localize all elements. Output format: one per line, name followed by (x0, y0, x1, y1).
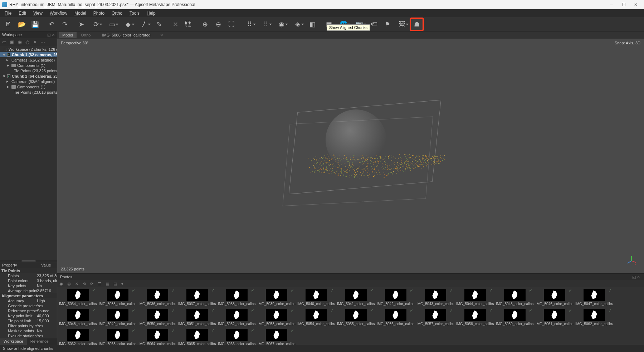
photo-thumbnail[interactable]: ✓IMG_5040_color_calibrated (297, 288, 335, 306)
photo-thumbnail[interactable]: ✓IMG_5053_color_calibrated (257, 308, 296, 326)
tree-item[interactable]: ▸ Components (1) (0, 63, 57, 68)
tree-item[interactable]: ▸ Cameras (63/64 aligned) (0, 79, 57, 84)
menu-ortho[interactable]: Ortho (108, 10, 126, 16)
menu-file[interactable]: File (1, 10, 15, 16)
pt-remove-icon[interactable]: ✕ (75, 282, 78, 286)
photo-thumbnail[interactable]: ✓IMG_5062_color_calibrated (575, 308, 613, 326)
undock-photos-icon[interactable]: ◱ (632, 275, 637, 279)
tree-item[interactable]: ▼✓ Chunk 2 (64 cameras, 23,016 points) [… (0, 73, 57, 79)
photo-thumbnail[interactable]: ✓IMG_5037_color_calibrated (178, 288, 216, 306)
zoom-in-button[interactable]: ⊕ (199, 18, 211, 30)
photo-thumbnail[interactable]: ✓IMG_5042_color_calibrated (376, 288, 415, 306)
add-photos-icon[interactable]: ▣ (10, 39, 14, 45)
photo-thumbnail[interactable]: ✓IMG_5057_color_calibrated (416, 308, 454, 326)
close-button[interactable]: ✕ (630, 1, 642, 9)
photo-thumbnail[interactable]: ✓IMG_5065_color_calibrated (178, 328, 216, 345)
tab-image[interactable]: IMG_5086_color_calibrated ✕ (95, 31, 170, 39)
photo-thumbnail[interactable]: ✓IMG_5062_color_calibrated (59, 328, 97, 345)
tree-item[interactable]: Tie Points (23,325 points) (0, 68, 57, 73)
tiled-button[interactable]: ◈ (290, 18, 306, 30)
mesh-button[interactable]: ◉ (274, 18, 289, 30)
dense-cloud-button[interactable]: ⠿ (258, 18, 273, 30)
menu-tools[interactable]: Tools (126, 10, 143, 16)
rotate-button[interactable]: ⟳ (88, 18, 104, 30)
open-button[interactable]: 📂 (15, 18, 28, 30)
tab-workspace[interactable]: Workspace (0, 338, 27, 345)
show-aligned-chunks-button[interactable]: ☗ (410, 18, 423, 30)
remove-icon[interactable]: ✕ (33, 39, 37, 45)
enable-icon[interactable]: ◉ (18, 39, 22, 45)
draw-button[interactable]: ✎ (152, 18, 165, 30)
photo-thumbnail[interactable]: ✓IMG_5049_color_calibrated (98, 308, 137, 326)
viewport-3d[interactable]: Perspective 30° Snap: Axis, 3D 23,325 po… (57, 39, 644, 273)
pt-rotate-icon[interactable]: ⟲ (83, 282, 86, 286)
tree-item[interactable]: ▸ Components (1) (0, 84, 57, 89)
photo-thumbnail[interactable]: ✓IMG_5046_color_calibrated (535, 288, 574, 306)
scale-button[interactable]: ◆ (120, 18, 136, 30)
undock-icon[interactable]: ◱ (47, 33, 50, 37)
pt-disable-icon[interactable]: ◎ (67, 282, 71, 286)
ruler-button[interactable]: 〳 (136, 18, 152, 30)
pt-large-icon[interactable]: ▤ (113, 282, 117, 286)
workspace-tree[interactable]: ⬚ Workspace (2 chunks, 126 cameras)▼✓ Ch… (0, 46, 57, 260)
photo-thumbnail[interactable]: ✓IMG_5045_color_calibrated (496, 288, 534, 306)
pt-details-icon[interactable]: ☰ (98, 282, 101, 286)
photo-thumbnail[interactable]: ✓IMG_5041_color_calibrated (337, 288, 375, 306)
tab-ortho[interactable]: Ortho (77, 32, 94, 38)
pt-thumb-icon[interactable]: ▦ (106, 282, 109, 286)
tree-item[interactable]: ▼✓ Chunk 1 (62 cameras, 23,325 points) [… (0, 52, 57, 57)
menu-workflow[interactable]: Workflow (47, 10, 70, 16)
menu-help[interactable]: Help (143, 10, 159, 16)
menu-model[interactable]: Model (71, 10, 89, 16)
photo-thumbnail[interactable]: ✓IMG_5066_color_calibrated (218, 328, 256, 345)
tree-item[interactable]: ▸ Cameras (61/62 aligned) (0, 57, 57, 63)
photo-thumbnails[interactable]: ✓IMG_5034_color_calibrated✓IMG_5035_colo… (57, 287, 644, 345)
pt-enable-icon[interactable]: ◉ (59, 282, 63, 286)
photo-thumbnail[interactable]: ✓IMG_5059_color_calibrated (496, 308, 534, 326)
photo-thumbnail[interactable]: ✓IMG_5039_color_calibrated (257, 288, 296, 306)
close-tab-icon[interactable]: ✕ (156, 32, 167, 38)
crop-button[interactable]: ⿻ (182, 18, 195, 30)
texture-button[interactable]: ◧ (306, 18, 319, 30)
photo-thumbnail[interactable]: ✓IMG_5051_color_calibrated (178, 308, 216, 326)
photo-thumbnail[interactable]: ✓IMG_5054_color_calibrated (297, 308, 335, 326)
new-button[interactable]: 🗎 (2, 18, 15, 30)
photo-thumbnail[interactable]: ✓IMG_5043_color_calibrated (416, 288, 454, 306)
region-button[interactable]: ▭ (104, 18, 120, 30)
maximize-button[interactable]: ☐ (618, 1, 630, 9)
menu-edit[interactable]: Edit (15, 10, 29, 16)
point-cloud-button[interactable]: ⠿ (241, 18, 257, 30)
photo-thumbnail[interactable]: ✓IMG_5035_color_calibrated (98, 288, 137, 306)
image-button[interactable]: 🖼 (394, 18, 410, 30)
photo-thumbnail[interactable]: ✓IMG_5038_color_calibrated (218, 288, 256, 306)
settings-icon[interactable]: ⋯ (40, 39, 45, 45)
close-photos-icon[interactable]: ✕ (637, 275, 641, 279)
tab-reference[interactable]: Reference (27, 338, 52, 345)
zoom-out-button[interactable]: ⊖ (212, 18, 225, 30)
minimize-button[interactable]: ─ (605, 1, 618, 9)
reset-view-button[interactable]: ⛶ (225, 18, 238, 30)
tab-model[interactable]: Model (59, 32, 77, 38)
add-chunk-icon[interactable]: ▭ (2, 39, 6, 45)
tree-item[interactable]: ⬚ Workspace (2 chunks, 126 cameras) (0, 47, 57, 52)
save-button[interactable]: 💾 (29, 18, 42, 30)
photo-thumbnail[interactable]: ✓IMG_5034_color_calibrated (59, 288, 97, 306)
pt-rotate2-icon[interactable]: ⟳ (90, 282, 93, 286)
disable-icon[interactable]: ◎ (25, 39, 29, 45)
photo-thumbnail[interactable]: ✓IMG_5058_color_calibrated (456, 308, 494, 326)
photo-thumbnail[interactable]: ✓IMG_5052_color_calibrated (218, 308, 256, 326)
photo-thumbnail[interactable]: ✓IMG_5064_color_calibrated (138, 328, 176, 345)
photo-thumbnail[interactable]: ✓IMG_5048_color_calibrated (59, 308, 97, 326)
redo-button[interactable]: ↷ (58, 18, 71, 30)
close-panel-icon[interactable]: ✕ (52, 33, 55, 37)
photo-thumbnail[interactable]: ✓IMG_5047_color_calibrated (575, 288, 613, 306)
pt-more-icon[interactable]: ▾ (121, 282, 123, 286)
photo-thumbnail[interactable]: ✓IMG_5055_color_calibrated (337, 308, 375, 326)
delete-button[interactable]: ✕ (169, 18, 182, 30)
menu-view[interactable]: View (30, 10, 46, 16)
photo-thumbnail[interactable]: ✓IMG_5063_color_calibrated (98, 328, 137, 345)
photo-thumbnail[interactable]: ✓IMG_5044_color_calibrated (456, 288, 494, 306)
navigate-button[interactable]: ➤ (75, 18, 88, 30)
undo-button[interactable]: ↶ (45, 18, 58, 30)
photo-thumbnail[interactable]: ✓IMG_5050_color_calibrated (138, 308, 176, 326)
